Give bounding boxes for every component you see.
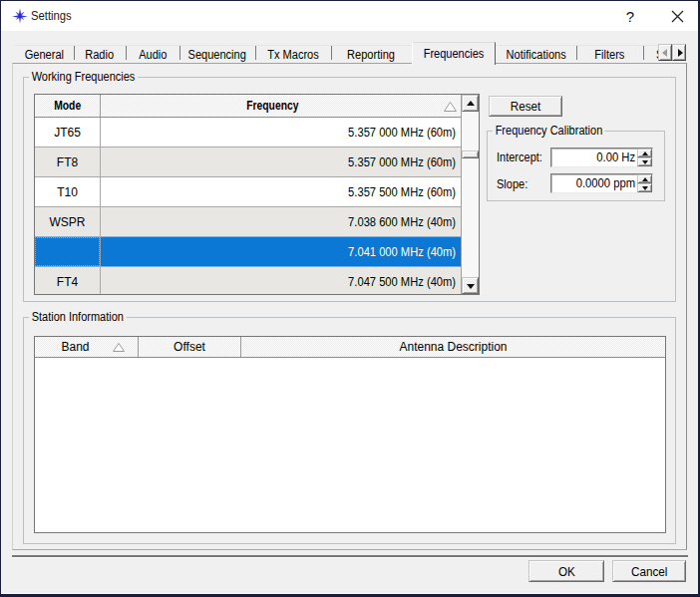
frequency-row[interactable]: FT8 5.357 000 MHz (60m) bbox=[35, 148, 461, 177]
cell-focus-rect bbox=[35, 237, 100, 266]
settings-dialog: Settings ? General Radio Audio Sequencin… bbox=[0, 0, 700, 597]
intercept-label: Intercept: bbox=[497, 150, 542, 164]
column-header-antenna[interactable]: Antenna Description bbox=[241, 337, 665, 357]
tab-audio[interactable]: Audio bbox=[126, 45, 179, 64]
tab-general[interactable]: General bbox=[15, 45, 74, 64]
close-icon bbox=[671, 10, 684, 23]
tab-separator bbox=[126, 46, 127, 60]
intercept-value: 0.00 Hz bbox=[560, 149, 637, 166]
app-icon bbox=[12, 8, 28, 24]
slope-label: Slope: bbox=[497, 177, 527, 191]
sort-ascending-icon bbox=[444, 102, 456, 110]
working-frequencies-label: Working Frequencies bbox=[29, 70, 138, 85]
frequency-row[interactable]: T10 5.357 500 MHz (60m) bbox=[35, 177, 461, 207]
frequency-row[interactable]: FT4 7.047 500 MHz (40m) bbox=[35, 267, 461, 294]
scroll-up-icon bbox=[467, 101, 475, 106]
sort-ascending-icon bbox=[113, 343, 125, 351]
scrollbar-up-button[interactable] bbox=[462, 95, 479, 112]
scrollbar-down-button[interactable] bbox=[462, 277, 479, 294]
spin-up-icon bbox=[642, 151, 648, 155]
tab-separator bbox=[576, 46, 577, 60]
tab-radio[interactable]: Radio bbox=[74, 45, 126, 64]
spin-down-icon bbox=[642, 186, 648, 190]
sort-triangle-shape bbox=[444, 102, 457, 112]
tab-notifications[interactable]: Notifications bbox=[496, 45, 576, 64]
spin-up-button[interactable] bbox=[637, 174, 652, 183]
tab-sequencing[interactable]: Sequencing bbox=[179, 45, 255, 64]
frequency-calibration-label: Frequency Calibration bbox=[493, 124, 605, 139]
frequency-row-selected[interactable]: 7.041 000 MHz (40m) bbox=[35, 237, 461, 267]
close-button[interactable] bbox=[656, 1, 698, 31]
scroll-right-icon bbox=[678, 49, 683, 57]
help-button[interactable]: ? bbox=[609, 1, 651, 31]
column-header-frequency[interactable]: Frequency bbox=[101, 95, 461, 117]
tab-scroll-right-button[interactable] bbox=[672, 44, 686, 61]
reset-button[interactable]: Reset bbox=[489, 96, 562, 117]
working-frequencies-header: Mode Frequency bbox=[35, 95, 461, 118]
spin-up-icon bbox=[642, 177, 648, 181]
spin-down-button[interactable] bbox=[637, 157, 652, 166]
slope-spin-buttons bbox=[637, 174, 652, 192]
tab-scheduler-partial[interactable]: Scheduler bbox=[643, 45, 658, 64]
tab-filters[interactable]: Filters bbox=[576, 45, 643, 64]
tab-separator bbox=[643, 46, 644, 60]
working-frequencies-table[interactable]: Mode Frequency JT65 5.357 000 MHz (60m) … bbox=[34, 94, 480, 295]
tab-separator bbox=[179, 46, 180, 60]
slope-value: 0.0000 ppm bbox=[560, 174, 637, 192]
tab-reporting[interactable]: Reporting bbox=[331, 45, 412, 64]
tab-separator bbox=[331, 46, 332, 60]
station-information-label: Station Information bbox=[29, 310, 127, 325]
tab-scroll-left-button[interactable] bbox=[658, 44, 672, 61]
vertical-scrollbar[interactable] bbox=[461, 95, 479, 294]
scrollbar-thumb[interactable] bbox=[462, 150, 479, 158]
working-frequencies-table-main: Mode Frequency JT65 5.357 000 MHz (60m) … bbox=[35, 95, 461, 294]
intercept-spin-buttons bbox=[637, 149, 652, 166]
column-header-mode[interactable]: Mode bbox=[35, 95, 101, 117]
ok-button[interactable]: OK bbox=[528, 560, 604, 582]
spin-down-icon bbox=[642, 160, 648, 164]
station-information-header: Band Offset Antenna Description bbox=[35, 337, 665, 358]
titlebar[interactable]: Settings ? bbox=[1, 1, 698, 31]
tab-bar: General Radio Audio Sequencing Tx Macros… bbox=[0, 42, 700, 64]
column-header-offset[interactable]: Offset bbox=[139, 337, 241, 357]
slope-spinbox[interactable]: 0.0000 ppm bbox=[550, 173, 653, 193]
cancel-button[interactable]: Cancel bbox=[612, 560, 686, 582]
tab-separator bbox=[255, 46, 256, 60]
scroll-left-icon bbox=[662, 49, 667, 57]
tab-frequencies[interactable]: Frequencies bbox=[412, 42, 496, 65]
column-header-band[interactable]: Band bbox=[35, 337, 139, 357]
tab-tx-macros[interactable]: Tx Macros bbox=[255, 45, 331, 64]
working-frequencies-rows: JT65 5.357 000 MHz (60m) FT8 5.357 000 M… bbox=[35, 118, 461, 294]
button-separator-line bbox=[12, 555, 688, 558]
sort-triangle-shape bbox=[113, 343, 125, 352]
intercept-spinbox[interactable]: 0.00 Hz bbox=[550, 148, 653, 167]
spin-down-button[interactable] bbox=[637, 183, 652, 192]
frequency-row[interactable]: JT65 5.357 000 MHz (60m) bbox=[35, 118, 461, 148]
station-information-table[interactable]: Band Offset Antenna Description bbox=[34, 336, 666, 533]
scroll-down-icon bbox=[467, 284, 475, 289]
spin-up-button[interactable] bbox=[637, 149, 652, 157]
frequency-row[interactable]: WSPR 7.038 600 MHz (40m) bbox=[35, 207, 461, 237]
window-title: Settings bbox=[31, 9, 72, 23]
tab-separator bbox=[74, 46, 75, 60]
